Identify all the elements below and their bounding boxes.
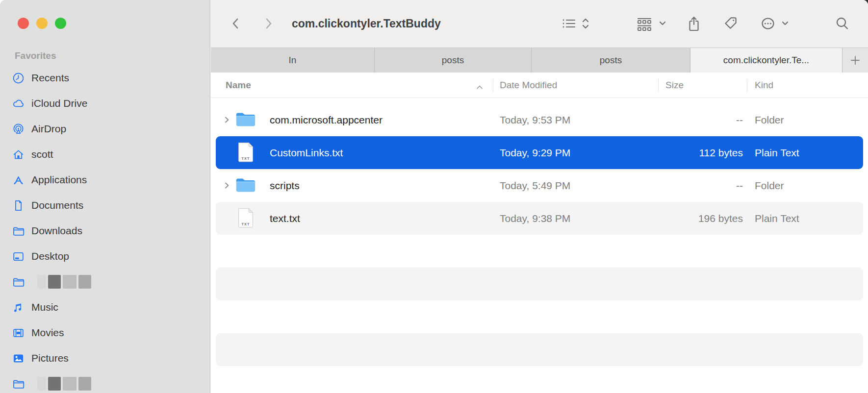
file-name: com.microsoft.appcenter	[270, 103, 383, 136]
sidebar-item[interactable]: AirDrop	[7, 116, 205, 142]
file-kind: Folder	[755, 169, 784, 202]
table-row[interactable]: com.microsoft.appcenter Today, 9:53 PM -…	[216, 103, 863, 136]
sidebar-item[interactable]: Pictures	[7, 345, 205, 371]
file-kind: Plain Text	[755, 202, 799, 235]
toolbar: com.clickontyler.TextBuddy	[211, 0, 868, 48]
column-divider[interactable]	[493, 79, 493, 92]
desktop-icon	[11, 250, 26, 263]
sidebar-item[interactable]	[7, 371, 205, 393]
share-button[interactable]	[686, 15, 702, 33]
new-tab-button[interactable]	[842, 48, 868, 73]
sidebar-item[interactable]: scott	[7, 142, 205, 167]
tab[interactable]: posts	[375, 48, 532, 73]
more-actions-icon	[759, 15, 777, 32]
tags-icon	[722, 15, 739, 33]
file-date-modified: Today, 9:29 PM	[500, 136, 570, 169]
empty-row	[216, 366, 863, 393]
table-row[interactable]: TXT text.txt Today, 9:38 PM 196 bytes Pl…	[216, 202, 863, 235]
plus-icon	[849, 54, 862, 67]
picture-icon	[11, 352, 26, 365]
file-date-modified: Today, 9:53 PM	[500, 103, 570, 136]
sidebar-item-label: Documents	[31, 199, 83, 211]
empty-row	[216, 235, 863, 268]
tab[interactable]: com.clickontyler.Te...	[690, 48, 842, 73]
sidebar-item-label: Applications	[31, 174, 87, 186]
folder-outline-icon	[11, 275, 26, 288]
disclosure-chevron-icon[interactable]	[223, 169, 231, 202]
file-name: scripts	[270, 169, 300, 202]
back-button[interactable]	[228, 15, 244, 32]
tab-label: posts	[600, 55, 622, 66]
sidebar-item[interactable]: Applications	[7, 167, 205, 193]
empty-row	[216, 333, 863, 366]
file-list: com.microsoft.appcenter Today, 9:53 PM -…	[216, 103, 863, 235]
text-file-icon: TXT	[234, 141, 257, 164]
sidebar-item-label: Downloads	[31, 225, 82, 237]
sidebar-item-label: AirDrop	[31, 123, 66, 135]
file-date-modified: Today, 9:38 PM	[500, 202, 570, 235]
column-name[interactable]: Name	[226, 73, 251, 98]
main-area: com.clickontyler.TextBuddy	[211, 0, 868, 393]
file-kind: Plain Text	[755, 136, 799, 169]
file-list-area: com.microsoft.appcenter Today, 9:53 PM -…	[211, 98, 868, 393]
minimize-button[interactable]	[36, 18, 48, 29]
sidebar-item[interactable]: iCloud Drive	[7, 91, 205, 116]
document-icon	[11, 199, 26, 212]
column-size[interactable]: Size	[665, 73, 684, 98]
file-size: --	[620, 103, 743, 136]
back-icon	[229, 16, 243, 31]
column-date-modified[interactable]: Date Modified	[500, 73, 557, 98]
svg-text:TXT: TXT	[242, 157, 250, 161]
sidebar-item[interactable]: Movies	[7, 320, 205, 345]
more-actions-button[interactable]	[759, 15, 790, 32]
tab-label: com.clickontyler.Te...	[723, 55, 809, 66]
home-icon	[11, 148, 26, 161]
redacted-label	[37, 275, 91, 289]
sidebar-item[interactable]	[7, 269, 205, 295]
group-by-icon	[635, 15, 654, 32]
list-view-icon	[560, 15, 578, 32]
tab[interactable]: posts	[532, 48, 690, 73]
forward-button[interactable]	[260, 15, 277, 32]
svg-text:TXT: TXT	[242, 222, 250, 226]
tabs: In posts posts com.clickontyler.Te...	[211, 48, 842, 73]
tab-bar: In posts posts com.clickontyler.Te...	[211, 48, 868, 73]
sort-ascending-icon	[476, 82, 484, 93]
redacted-label	[37, 377, 91, 391]
column-kind[interactable]: Kind	[755, 73, 773, 98]
tab[interactable]: In	[211, 48, 375, 73]
sidebar-item-label: scott	[31, 148, 53, 160]
folder-icon	[234, 108, 257, 131]
column-divider[interactable]	[658, 79, 659, 92]
zoom-button[interactable]	[55, 18, 66, 29]
sort-control-icon	[581, 15, 590, 32]
sidebar-item[interactable]: Desktop	[7, 244, 205, 269]
empty-row	[216, 268, 863, 300]
view-list-button[interactable]	[560, 15, 590, 32]
sidebar-item-label: Recents	[31, 72, 69, 84]
sidebar-item[interactable]: Documents	[7, 193, 205, 218]
close-button[interactable]	[18, 18, 29, 29]
file-date-modified: Today, 5:49 PM	[500, 169, 570, 202]
finder-window: Favorites Recents iCloud Drive AirDrop s…	[0, 0, 868, 393]
text-file-icon: TXT	[234, 207, 257, 229]
column-header: Name Date Modified Size Kind	[211, 73, 868, 98]
search-button[interactable]	[835, 15, 850, 32]
group-by-button[interactable]	[635, 15, 667, 32]
file-kind: Folder	[755, 103, 784, 136]
sidebar-item[interactable]: Downloads	[7, 218, 205, 244]
column-divider[interactable]	[747, 79, 747, 92]
tags-button[interactable]	[722, 15, 739, 33]
sidebar-item[interactable]: Recents	[7, 65, 205, 91]
traffic-lights	[18, 18, 66, 29]
table-row[interactable]: TXT CustomLinks.txt Today, 9:29 PM 112 b…	[216, 136, 863, 169]
sidebar-item[interactable]: Music	[7, 295, 205, 320]
disclosure-chevron-icon[interactable]	[223, 103, 231, 136]
table-row[interactable]: scripts Today, 5:49 PM -- Folder	[216, 169, 863, 202]
forward-icon	[261, 16, 275, 31]
file-name: text.txt	[270, 202, 300, 235]
film-icon	[11, 326, 26, 339]
sidebar-item-label: Desktop	[31, 250, 69, 262]
chevron-down-icon	[781, 15, 790, 32]
chevron-down-icon	[658, 15, 667, 32]
